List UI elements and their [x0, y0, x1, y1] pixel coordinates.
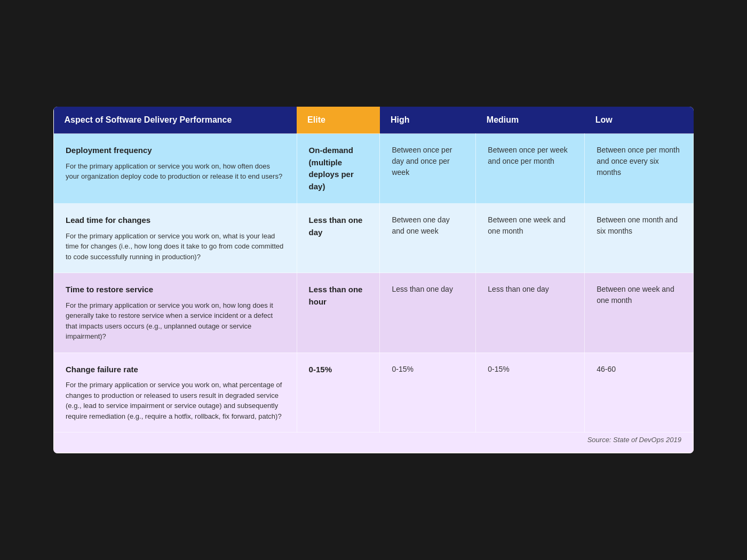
- table-row-lead-time: Lead time for changes For the primary ap…: [54, 204, 694, 273]
- elite-cell-lead-time: Less than one day: [297, 204, 380, 273]
- high-cell-deployment-frequency: Between once per day and once per week: [380, 134, 476, 204]
- high-value-restore-service: Less than one day: [392, 285, 452, 293]
- aspect-desc-deployment-frequency: For the primary application or service y…: [66, 161, 285, 182]
- aspect-desc-lead-time: For the primary application or service y…: [66, 231, 285, 262]
- low-value-change-failure: 46-60: [597, 365, 616, 373]
- aspect-cell-change-failure: Change failure rate For the primary appl…: [54, 353, 297, 433]
- high-value-deployment-frequency: Between once per day and once per week: [392, 146, 452, 177]
- medium-cell-lead-time: Between one week and one month: [476, 204, 585, 273]
- performance-table: Aspect of Software Delivery Performance …: [53, 107, 694, 453]
- header-low: Low: [585, 107, 694, 134]
- source-row: Source: State of DevOps 2019: [54, 433, 694, 453]
- medium-cell-deployment-frequency: Between once per week and once per month: [476, 134, 585, 204]
- low-cell-restore-service: Between one week and one month: [585, 273, 694, 353]
- low-value-lead-time: Between one month and six months: [597, 215, 678, 235]
- high-value-change-failure: 0-15%: [392, 365, 413, 373]
- header-high: High: [380, 107, 476, 134]
- aspect-cell-restore-service: Time to restore service For the primary …: [54, 273, 297, 353]
- elite-cell-change-failure: 0-15%: [297, 353, 380, 433]
- table-row-deployment-frequency: Deployment frequency For the primary app…: [54, 134, 694, 204]
- elite-value-deployment-frequency: On-demand (multiple deploys per day): [309, 146, 354, 191]
- medium-value-lead-time: Between one week and one month: [488, 215, 566, 235]
- aspect-cell-lead-time: Lead time for changes For the primary ap…: [54, 204, 297, 273]
- aspect-title-deployment-frequency: Deployment frequency: [66, 145, 285, 157]
- elite-cell-deployment-frequency: On-demand (multiple deploys per day): [297, 134, 380, 204]
- elite-value-restore-service: Less than one hour: [309, 285, 363, 306]
- medium-cell-change-failure: 0-15%: [476, 353, 585, 433]
- low-cell-change-failure: 46-60: [585, 353, 694, 433]
- low-cell-deployment-frequency: Between once per month and once every si…: [585, 134, 694, 204]
- high-cell-lead-time: Between one day and one week: [380, 204, 476, 273]
- high-cell-restore-service: Less than one day: [380, 273, 476, 353]
- high-cell-change-failure: 0-15%: [380, 353, 476, 433]
- header-elite: Elite: [297, 107, 380, 134]
- aspect-desc-restore-service: For the primary application or service y…: [66, 300, 285, 342]
- aspect-desc-change-failure: For the primary application or service y…: [66, 380, 285, 421]
- medium-value-change-failure: 0-15%: [488, 365, 509, 373]
- aspect-title-change-failure: Change failure rate: [66, 364, 285, 376]
- aspect-cell-deployment-frequency: Deployment frequency For the primary app…: [54, 134, 297, 204]
- low-value-restore-service: Between one week and one month: [597, 285, 674, 305]
- high-value-lead-time: Between one day and one week: [392, 215, 449, 235]
- main-card: Aspect of Software Delivery Performance …: [53, 107, 694, 453]
- source-text: Source: State of DevOps 2019: [54, 433, 694, 453]
- elite-cell-restore-service: Less than one hour: [297, 273, 380, 353]
- elite-value-lead-time: Less than one day: [309, 215, 363, 237]
- medium-cell-restore-service: Less than one day: [476, 273, 585, 353]
- table-header-row: Aspect of Software Delivery Performance …: [54, 107, 694, 134]
- aspect-title-lead-time: Lead time for changes: [66, 214, 285, 227]
- table-row-change-failure: Change failure rate For the primary appl…: [54, 353, 694, 433]
- low-value-deployment-frequency: Between once per month and once every si…: [597, 146, 680, 177]
- elite-value-change-failure: 0-15%: [309, 365, 332, 374]
- medium-value-deployment-frequency: Between once per week and once per month: [488, 146, 567, 165]
- header-aspect: Aspect of Software Delivery Performance: [54, 107, 297, 134]
- medium-value-restore-service: Less than one day: [488, 285, 549, 293]
- low-cell-lead-time: Between one month and six months: [585, 204, 694, 273]
- aspect-title-restore-service: Time to restore service: [66, 284, 285, 296]
- header-medium: Medium: [476, 107, 585, 134]
- table-row-restore-service: Time to restore service For the primary …: [54, 273, 694, 353]
